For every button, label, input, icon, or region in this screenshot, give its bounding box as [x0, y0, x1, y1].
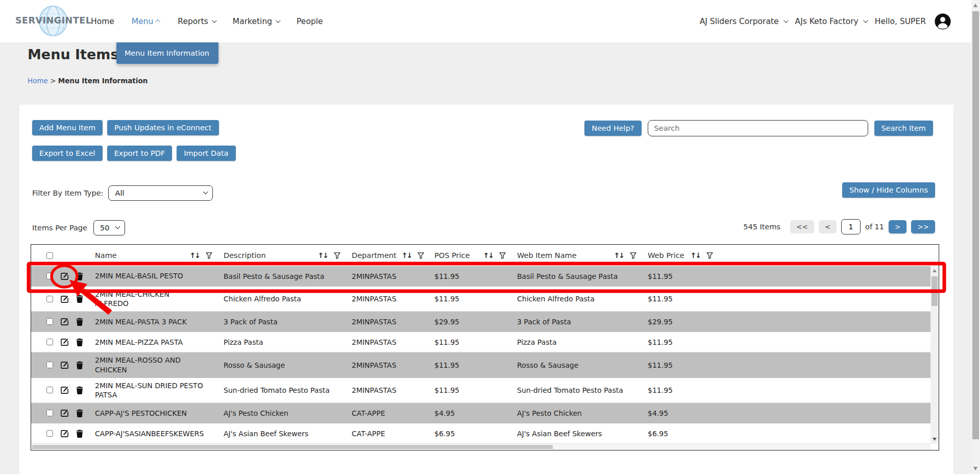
table-vertical-scrollbar[interactable]: [930, 266, 939, 444]
nav-marketing[interactable]: Marketing: [233, 17, 279, 26]
sort-icon[interactable]: ↑↓: [402, 251, 411, 259]
nav-reports[interactable]: Reports: [178, 17, 215, 26]
edit-icon[interactable]: [60, 272, 69, 280]
breadcrumb-separator: >: [50, 77, 56, 85]
nav-people[interactable]: People: [297, 17, 323, 26]
trash-icon[interactable]: [76, 430, 83, 438]
breadcrumb-current: Menu Item Information: [58, 77, 148, 85]
table-horizontal-scrollbar[interactable]: [31, 444, 930, 450]
items-per-page-label: Items Per Page: [32, 224, 87, 232]
add-menu-item-button[interactable]: Add Menu Item: [32, 120, 103, 135]
trash-icon[interactable]: [76, 295, 83, 303]
breadcrumb: Home > Menu Item Information: [28, 77, 148, 85]
sort-icon[interactable]: ↑↓: [318, 251, 328, 259]
trash-icon[interactable]: [76, 338, 83, 346]
vertical-scroll-thumb[interactable]: [932, 276, 938, 306]
edit-icon[interactable]: [60, 317, 69, 326]
trash-icon[interactable]: [76, 318, 83, 326]
row-checkbox[interactable]: [46, 339, 53, 345]
sort-icon[interactable]: ↑↓: [483, 251, 493, 259]
store-dropdown[interactable]: AJs Keto Factory: [795, 17, 867, 26]
table-row: 2MIN MEAL-CHICKEN ALFREDO Chicken Alfred…: [31, 287, 930, 312]
export-excel-button[interactable]: Export to Excel: [32, 146, 103, 161]
servingintel-logo[interactable]: SERVINGINTEL: [14, 4, 101, 38]
row-checkbox[interactable]: [46, 296, 53, 302]
edit-icon[interactable]: [60, 295, 69, 303]
page-body: Menu Items Information Home > Menu Item …: [0, 42, 980, 474]
trash-icon[interactable]: [76, 272, 83, 280]
items-per-page-select[interactable]: 50: [93, 220, 125, 235]
sort-icon[interactable]: ↑↓: [614, 251, 624, 259]
edit-icon[interactable]: [60, 338, 69, 346]
row-checkbox[interactable]: [46, 273, 53, 279]
filter-funnel-icon[interactable]: [418, 252, 424, 259]
sort-icon[interactable]: ↑↓: [691, 251, 700, 259]
col-header-web-item-name: Web Item Name: [517, 251, 577, 259]
item-type-select[interactable]: All: [108, 185, 213, 201]
row-checkbox[interactable]: [46, 362, 53, 368]
filter-funnel-icon[interactable]: [334, 252, 340, 259]
chevron-down-icon: [212, 18, 217, 23]
scroll-down-icon[interactable]: [973, 467, 977, 470]
select-all-checkbox[interactable]: [46, 252, 53, 259]
row-checkbox[interactable]: [46, 387, 53, 393]
top-navbar: SERVINGINTEL Home Menu Reports Marketing…: [0, 0, 980, 42]
scroll-up-icon[interactable]: [973, 4, 977, 7]
table-row: 2MIN MEAL-SUN DRIED PESTO PATSA Sun-drie…: [31, 378, 930, 403]
row-checkbox[interactable]: [46, 410, 53, 416]
user-avatar-icon[interactable]: [934, 13, 951, 30]
menu-dropdown-item[interactable]: Menu Item Information: [116, 42, 218, 64]
user-greeting: Hello, SUPER: [875, 17, 926, 26]
page-scroll-thumb[interactable]: [972, 11, 979, 439]
import-data-button[interactable]: Import Data: [177, 146, 235, 161]
edit-icon[interactable]: [60, 386, 69, 394]
row-checkbox[interactable]: [46, 318, 53, 325]
edit-icon[interactable]: [60, 361, 69, 369]
content-card: Add Menu Item Push Updates in eConnect N…: [19, 105, 953, 474]
page-of-label: of 11: [865, 223, 884, 231]
table-row: 2MIN MEAL-PIZZA PASTA Pizza Pasta 2MINPA…: [31, 332, 930, 352]
table-row: 2MIN MEAL-ROSSO AND CHICKEN Rosso & Saus…: [31, 352, 930, 377]
filter-funnel-icon[interactable]: [630, 252, 636, 259]
show-hide-columns-button[interactable]: Show / Hide Columns: [842, 182, 935, 198]
search-input[interactable]: [648, 120, 868, 136]
page-number-input[interactable]: [841, 219, 861, 234]
page-scrollbar[interactable]: [971, 0, 980, 474]
last-page-button[interactable]: >>: [911, 220, 935, 233]
first-page-button[interactable]: <<: [790, 220, 814, 233]
filter-funnel-icon[interactable]: [499, 252, 506, 259]
table-row: CAPP-AJ'SASIANBEEFSKEWERS AJ's Asian Bee…: [31, 423, 930, 444]
scroll-down-icon[interactable]: [933, 438, 937, 441]
search-item-button[interactable]: Search Item: [874, 121, 933, 136]
table-row: 2MIN MEAL-PASTA 3 PACK 3 Pack of Pasta 2…: [31, 312, 930, 332]
table-row: 2MIN MEAL-BASIL PESTO Basil Pesto & Saus…: [31, 266, 930, 287]
row-checkbox[interactable]: [46, 430, 53, 437]
trash-icon[interactable]: [76, 409, 83, 417]
need-help-button[interactable]: Need Help?: [584, 121, 641, 136]
logo-text: SERVINGINTEL: [15, 15, 91, 26]
col-header-department: Department: [352, 251, 397, 259]
filter-funnel-icon[interactable]: [206, 252, 212, 259]
breadcrumb-home-link[interactable]: Home: [28, 77, 48, 85]
scroll-up-icon[interactable]: [933, 269, 937, 272]
sort-icon[interactable]: ↑↓: [190, 251, 200, 259]
trash-icon[interactable]: [76, 386, 83, 394]
nav-home[interactable]: Home: [91, 17, 114, 26]
filter-funnel-icon[interactable]: [706, 252, 713, 259]
chevron-up-icon: [155, 19, 160, 25]
edit-icon[interactable]: [60, 409, 69, 417]
next-page-button[interactable]: >: [889, 220, 906, 233]
company-dropdown[interactable]: AJ Sliders Corporate: [700, 17, 787, 26]
export-pdf-button[interactable]: Export to PDF: [107, 146, 173, 161]
account-area: AJ Sliders Corporate AJs Keto Factory He…: [700, 0, 951, 42]
table-body: 2MIN MEAL-BASIL PESTO Basil Pesto & Saus…: [31, 266, 930, 444]
total-items-label: 545 Items: [743, 223, 780, 231]
edit-icon[interactable]: [60, 429, 69, 438]
menu-items-table: Name ↑↓ Description ↑↓ Department ↑↓ POS…: [31, 244, 939, 451]
trash-icon[interactable]: [76, 361, 83, 369]
prev-page-button[interactable]: <: [819, 220, 837, 233]
col-header-web-price: Web Price: [648, 251, 684, 259]
nav-menu[interactable]: Menu: [132, 17, 161, 26]
push-updates-button[interactable]: Push Updates in eConnect: [107, 120, 218, 135]
horizontal-scroll-thumb[interactable]: [32, 445, 553, 449]
